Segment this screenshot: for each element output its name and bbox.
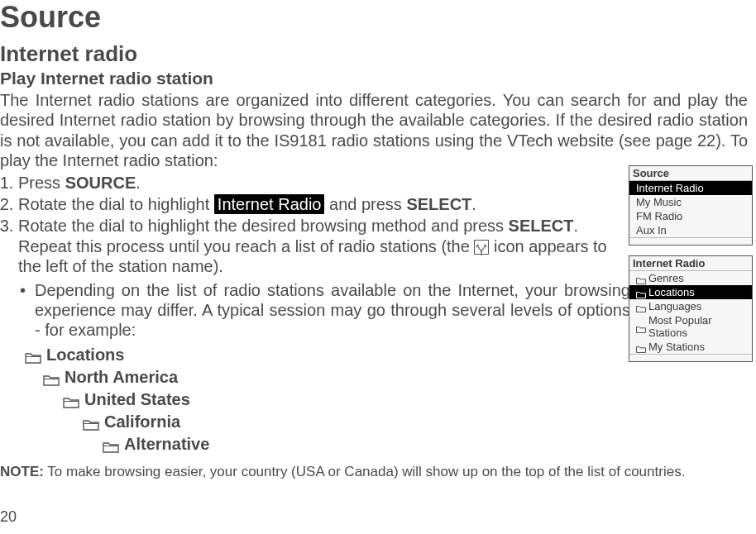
step-3-pre: Rotate the dial to highlight the desired…	[18, 217, 509, 235]
screen2-item-languages-label: Languages	[648, 300, 701, 312]
folder-icon	[63, 393, 79, 406]
step-2-bold: SELECT	[406, 195, 471, 213]
screen2-footer	[629, 354, 752, 361]
screen1-item-fm-radio: FM Radio	[629, 209, 752, 223]
screen1-item-aux-in: Aux In	[629, 223, 752, 237]
device-screen-source: Source Internet Radio My Music FM Radio …	[629, 165, 753, 246]
step-1-pre: Press	[18, 174, 65, 192]
folder-icon	[636, 274, 646, 282]
tree-california: California	[0, 412, 748, 431]
folder-icon	[25, 349, 41, 361]
page-title: Source	[0, 0, 748, 35]
folder-icon	[636, 343, 646, 350]
tree-l2-label: North America	[65, 368, 178, 387]
folder-icon	[636, 323, 646, 331]
tree-united-states: United States	[0, 390, 748, 409]
note: NOTE: To make browsing easier, your coun…	[0, 464, 748, 480]
screen2-item-my-stations-label: My Stations	[648, 341, 705, 353]
folder-icon	[636, 288, 646, 296]
step-1-bold: SOURCE	[65, 174, 136, 192]
screen2-item-my-stations: My Stations	[629, 340, 752, 354]
screen1-item-my-music: My Music	[629, 195, 752, 209]
step-2-mid: and press	[324, 195, 406, 213]
tree-l5-label: Alternative	[124, 435, 209, 454]
tree-l4-label: California	[104, 412, 180, 431]
tree-l3-label: United States	[84, 390, 190, 409]
screen2-item-languages: Languages	[629, 299, 752, 313]
screen2-item-popular: Most Popular Stations	[629, 313, 752, 340]
screen2-title: Internet Radio	[629, 256, 752, 271]
screen1-title: Source	[629, 166, 752, 181]
device-screen-internet-radio: Internet Radio Genres Locations Language…	[629, 255, 753, 362]
step-2-pre: Rotate the dial to highlight	[18, 195, 214, 213]
section-subtitle: Internet radio	[0, 41, 748, 67]
screen2-item-locations-label: Locations	[648, 286, 695, 298]
note-text: To make browsing easier, your country (U…	[44, 464, 685, 479]
intro-paragraph: The Internet radio stations are organize…	[0, 90, 748, 171]
step-3-bold: SELECT	[509, 217, 574, 235]
bullet-1: Depending on the list of radio stations …	[20, 280, 630, 341]
folder-icon	[83, 416, 99, 428]
section-heading: Play Internet radio station	[0, 69, 748, 88]
folder-icon	[636, 303, 646, 310]
folder-icon	[103, 438, 119, 451]
tree-alternative: Alternative	[0, 435, 748, 454]
screen2-item-genres: Genres	[629, 271, 752, 285]
screen1-footer	[629, 237, 752, 245]
page-number: 20	[0, 508, 17, 526]
screen2-item-popular-label: Most Popular Stations	[648, 314, 749, 339]
step-1-post: .	[136, 174, 141, 192]
note-label: NOTE:	[0, 464, 44, 479]
screen1-item-internet-radio: Internet Radio	[629, 181, 752, 195]
step-2-post: .	[471, 195, 476, 213]
screen2-item-locations: Locations	[629, 285, 752, 299]
screen2-item-genres-label: Genres	[648, 272, 684, 284]
step-2-chip: Internet Radio	[214, 194, 325, 214]
folder-icon	[43, 371, 60, 384]
tree-l1-label: Locations	[46, 346, 124, 365]
antenna-icon	[474, 240, 489, 255]
